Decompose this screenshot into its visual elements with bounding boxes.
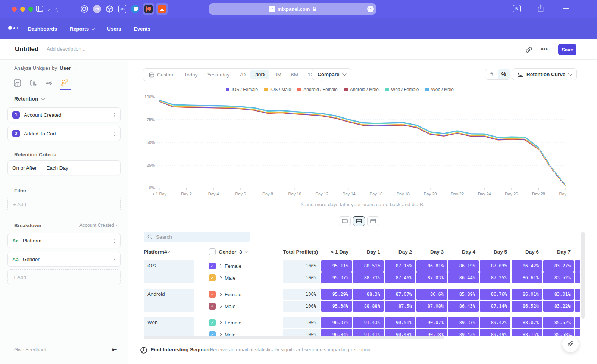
range-button-30d[interactable]: 30D bbox=[250, 70, 269, 79]
address-bar[interactable]: •• mixpanel.com ••• bbox=[209, 3, 376, 15]
retention-value-cell[interactable]: 89.42% bbox=[480, 317, 510, 328]
platform-column-header[interactable]: Platform 4 bbox=[144, 249, 209, 255]
retention-value-cell[interactable]: 87.03% bbox=[480, 260, 510, 272]
table-row[interactable]: ✓Female100%95.29%88.3%87.07%86.6%85.89%8… bbox=[209, 289, 581, 300]
table-row[interactable]: ✓Female100%95.11%88.51%87.15%86.81%86.19… bbox=[209, 260, 581, 272]
layout-chart-only-button[interactable] bbox=[339, 216, 351, 226]
notion-extension-icon[interactable]: N bbox=[513, 5, 521, 12]
onepassword-icon[interactable] bbox=[78, 3, 90, 15]
row-checkbox[interactable]: ✓ bbox=[209, 263, 216, 269]
breakdown-card-platform[interactable]: Aa Platform ⋮ bbox=[7, 233, 121, 248]
criteria-value[interactable]: Each Day bbox=[46, 165, 68, 171]
retention-value-cell[interactable]: 87.15% bbox=[385, 260, 415, 272]
range-button-7d[interactable]: 7D bbox=[234, 70, 250, 79]
more-options-icon[interactable]: ••• bbox=[541, 46, 548, 52]
retention-value-cell[interactable]: 88.07% bbox=[512, 317, 542, 328]
retention-value-cell[interactable]: 90.51% bbox=[385, 317, 415, 328]
retention-value-cell[interactable]: 96.37% bbox=[321, 317, 352, 328]
add-description-field[interactable]: + Add description... bbox=[43, 46, 85, 52]
soundcloud-tab-icon[interactable]: ☁ bbox=[156, 3, 168, 15]
expand-chevron-icon[interactable] bbox=[219, 305, 222, 308]
new-tab-icon[interactable] bbox=[562, 5, 570, 12]
criteria-operator[interactable]: On or After bbox=[12, 165, 37, 171]
retention-value-cell[interactable]: 87.03% bbox=[416, 272, 447, 283]
retention-value-cell[interactable]: 86.42% bbox=[512, 260, 542, 272]
step-card-account-created[interactable]: 1 Account Created ⋮ bbox=[7, 107, 121, 122]
legend-item[interactable]: Web / Male bbox=[425, 87, 454, 92]
row-checkbox[interactable]: ✓ bbox=[209, 331, 216, 336]
retention-value-cell[interactable]: 86.19% bbox=[448, 260, 479, 272]
cube-tab-icon[interactable] bbox=[104, 3, 116, 15]
breakdown-scope-dropdown[interactable]: Account Created bbox=[79, 223, 119, 228]
js-tab-icon[interactable]: JS bbox=[116, 3, 128, 15]
window-minimize-button[interactable] bbox=[20, 7, 25, 12]
retention-value-cell[interactable]: 90.07% bbox=[416, 317, 447, 328]
save-button[interactable]: Save bbox=[558, 44, 576, 55]
tab-flows-icon[interactable] bbox=[44, 78, 54, 87]
step-card-added-to-cart[interactable]: 2 Added To Cart ⋮ bbox=[7, 126, 121, 141]
row-checkbox[interactable]: ✓ bbox=[209, 319, 216, 326]
range-button-today[interactable]: Today bbox=[179, 70, 203, 79]
step-kebab-icon[interactable]: ⋮ bbox=[112, 133, 116, 135]
range-button-6m[interactable]: 6M bbox=[286, 70, 303, 79]
table-row[interactable]: ✓Female100%96.37%91.43%90.51%90.07%89.37… bbox=[209, 317, 581, 328]
range-button-yesterday[interactable]: Yesterday bbox=[203, 70, 235, 79]
report-title[interactable]: Untitled bbox=[15, 46, 38, 53]
retention-value-cell[interactable]: 95.37% bbox=[321, 272, 352, 283]
vertical-scrollbar[interactable] bbox=[581, 232, 585, 318]
legend-item[interactable]: Web / Female bbox=[385, 87, 419, 92]
tab-funnels-icon[interactable] bbox=[28, 78, 38, 87]
window-zoom-button[interactable] bbox=[28, 7, 33, 12]
analyze-value-dropdown[interactable]: User bbox=[60, 65, 71, 71]
share-icon[interactable] bbox=[537, 4, 544, 12]
retention-value-cell[interactable]: 83.01% bbox=[543, 289, 574, 300]
criteria-card[interactable]: On or After Each Day bbox=[7, 160, 121, 175]
retention-value-cell[interactable]: 87.07% bbox=[385, 289, 415, 300]
table-search-input[interactable]: Search bbox=[144, 232, 250, 242]
expand-chevron-icon[interactable] bbox=[219, 264, 222, 267]
site-options-icon[interactable]: ••• bbox=[367, 6, 374, 12]
patreon-tab-icon[interactable] bbox=[143, 3, 154, 15]
sidebar-toggle-icon[interactable] bbox=[36, 5, 43, 12]
layout-split-button[interactable] bbox=[353, 216, 365, 226]
compare-button[interactable]: Compare bbox=[312, 68, 351, 80]
retention-value-cell[interactable]: 95.11% bbox=[321, 260, 352, 272]
toolbar-chevron-down-icon[interactable] bbox=[46, 7, 50, 11]
row-checkbox[interactable]: ✓ bbox=[209, 274, 216, 281]
retention-value-cell[interactable]: 86.76% bbox=[480, 289, 510, 300]
row-checkbox[interactable]: ✓ bbox=[209, 291, 216, 298]
nav-item-events[interactable]: Events bbox=[134, 26, 150, 32]
nav-item-dashboards[interactable]: Dashboards bbox=[28, 26, 57, 32]
retention-value-cell[interactable]: 90.48% bbox=[385, 329, 415, 336]
retention-value-cell[interactable]: 85.58% bbox=[543, 329, 574, 336]
platform-cell[interactable]: Web bbox=[144, 317, 194, 336]
m-tab-icon[interactable]: m bbox=[91, 3, 103, 15]
chart-type-selector[interactable]: Retention Curve bbox=[512, 68, 577, 80]
mixpanel-logo[interactable] bbox=[8, 26, 18, 30]
retention-value-cell[interactable]: 83.52% bbox=[543, 272, 574, 283]
share-link-floating-button[interactable] bbox=[562, 335, 579, 352]
expand-chevron-icon[interactable] bbox=[219, 321, 222, 324]
back-icon[interactable] bbox=[55, 7, 60, 12]
retention-section-title[interactable]: Retention bbox=[14, 96, 38, 102]
retention-value-cell[interactable]: 89.43% bbox=[448, 329, 479, 336]
retention-value-cell[interactable]: 89.49% bbox=[480, 329, 510, 336]
retention-value-cell[interactable]: 87.14% bbox=[480, 301, 510, 312]
retention-value-cell[interactable]: 83.22% bbox=[543, 301, 574, 312]
retention-value-cell[interactable]: 96.84% bbox=[321, 329, 352, 336]
retention-value-cell[interactable]: 83.27% bbox=[543, 260, 574, 272]
retention-value-cell[interactable]: 88.15% bbox=[512, 329, 542, 336]
breakdown-kebab-icon[interactable]: ⋮ bbox=[112, 258, 116, 260]
legend-item[interactable]: iOS / Male bbox=[264, 87, 291, 92]
retention-value-cell[interactable]: 88.3% bbox=[353, 289, 384, 300]
legend-item[interactable]: Android / Female bbox=[297, 87, 337, 92]
range-button-custom[interactable]: Custom bbox=[144, 70, 179, 79]
retention-value-cell[interactable]: 86.44% bbox=[448, 272, 479, 283]
breakdown-add-button[interactable]: + Add bbox=[7, 269, 121, 285]
give-feedback-link[interactable]: Give Feedback bbox=[14, 347, 47, 352]
retention-value-cell[interactable]: 86.61% bbox=[512, 272, 542, 283]
retention-value-cell[interactable]: 95.34% bbox=[321, 301, 352, 312]
retention-value-cell[interactable]: 88.73% bbox=[353, 272, 384, 283]
nav-item-users[interactable]: Users bbox=[107, 26, 121, 32]
range-button-3m[interactable]: 3M bbox=[269, 70, 286, 79]
